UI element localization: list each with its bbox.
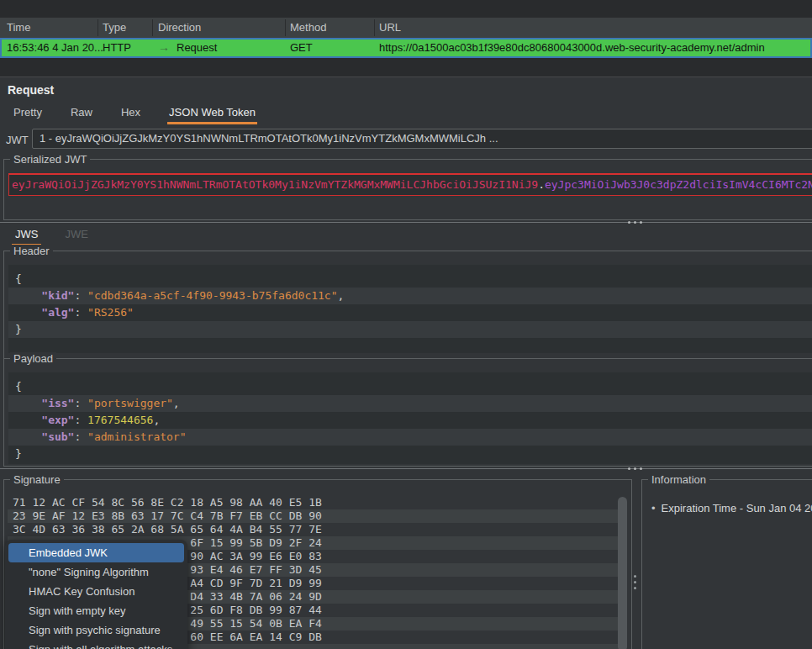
information-item: •Expiration Time - Sun Jan 04 202 — [651, 502, 812, 514]
scrollbar-thumb[interactable] — [618, 497, 627, 649]
tab-jws[interactable]: JWS — [12, 225, 41, 246]
cell-type: HTTP — [103, 41, 131, 54]
tab-hex[interactable]: Hex — [119, 103, 142, 124]
header-group-title: Header — [10, 245, 53, 257]
menu-item-hmac-key-confusion[interactable]: HMAC Key Confusion — [8, 582, 184, 601]
jws-jwe-tabs: JWSJWE — [12, 225, 112, 246]
column-header-time[interactable]: Time — [7, 21, 30, 34]
jwt-combobox[interactable]: 1 - eyJraWQiOiJjZGJkMzY0YS1hNWNmLTRmOTAt… — [32, 129, 812, 149]
horizontal-splitter[interactable] — [0, 468, 812, 469]
jwt-combobox-value: 1 - eyJraWQiOiJjZGJkMzY0YS1hNWNmLTRmOTAt… — [33, 129, 812, 148]
history-table: Time Type Direction Method URL 16:53:46 … — [0, 0, 812, 77]
jwt-selector-label: JWT — [6, 134, 29, 146]
column-header-method[interactable]: Method — [290, 21, 326, 34]
column-header-url[interactable]: URL — [379, 21, 401, 34]
menu-item-sign-with-empty-key[interactable]: Sign with empty key — [8, 601, 184, 620]
request-tabs: PrettyRawHexJSON Web Token — [12, 103, 282, 124]
signature-scrollbar[interactable] — [618, 497, 628, 649]
tab-jwe[interactable]: JWE — [61, 225, 91, 246]
menu-item-embedded-jwk[interactable]: Embedded JWK — [8, 543, 184, 562]
request-arrow-icon: → — [158, 40, 170, 54]
header-json-editor[interactable]: { "kid": "cdbd364a-a5cf-4f90-9943-b75fa6… — [8, 265, 812, 353]
payload-json-editor[interactable]: { "iss": "portswigger", "exp": 176754465… — [8, 372, 812, 464]
cell-url: https://0a1500ac03b1f39e80dc80680043000d… — [379, 41, 765, 54]
menu-item-sign-with-psychic-signature[interactable]: Sign with psychic signature — [8, 620, 184, 640]
jws-header-group: Header { "kid": "cdbd364a-a5cf-4f90-9943… — [3, 251, 812, 359]
code-line[interactable]: { — [8, 378, 812, 395]
code-line[interactable]: "alg": "RS256" — [8, 304, 812, 321]
attack-context-menu: Embedded JWK"none" Signing AlgorithmHMAC… — [5, 540, 187, 649]
jwt-payload-segment: eyJpc3MiOiJwb3J0c3dpZ2dlciIsImV4cCI6MTc2… — [545, 178, 812, 191]
jws-payload-group: Payload { "iss": "portswigger", "exp": 1… — [3, 358, 812, 467]
request-panel-title: Request — [8, 83, 54, 97]
payload-group-title: Payload — [10, 352, 56, 365]
tab-pretty[interactable]: Pretty — [12, 103, 44, 124]
column-divider[interactable] — [98, 19, 98, 36]
column-header-direction[interactable]: Direction — [158, 21, 201, 34]
code-line[interactable]: } — [8, 321, 812, 338]
code-line[interactable]: "kid": "cdbd364a-a5cf-4f90-9943-b75fa6d0… — [8, 288, 812, 304]
hex-row[interactable]: 23 9E AF 12 E3 8B 63 17 7C C4 7B F7 EB C… — [8, 509, 618, 523]
hex-row[interactable]: 71 12 AC CF 54 8C 56 8E C2 18 A5 98 AA 4… — [8, 496, 618, 509]
burp-jwt-editor-window: Time Type Direction Method URL 16:53:46 … — [0, 0, 812, 649]
column-divider[interactable] — [152, 19, 153, 36]
jwt-header-segment: eyJraWQiOiJjZGJkMzY0YS1hNWNmLTRmOTAtOTk0… — [12, 178, 538, 191]
code-line[interactable]: "iss": "portswigger", — [8, 395, 812, 412]
cell-direction: Request — [177, 41, 217, 54]
hex-row[interactable]: 3C 4D 63 36 38 65 2A 68 5A 65 64 4A B4 5… — [8, 523, 618, 536]
serialized-jwt-group: Serialized JWT eyJraWQiOiJjZGJkMzY0YS1hN… — [3, 159, 812, 220]
splitter-grip-icon[interactable] — [628, 221, 646, 224]
code-line[interactable]: "sub": "administrator" — [8, 429, 812, 446]
cell-method: GET — [290, 41, 313, 54]
column-divider[interactable] — [285, 19, 286, 36]
menu-item-sign-with-all-algorithm-attacks[interactable]: Sign with all algorithm attacks — [8, 640, 184, 649]
code-line[interactable]: { — [8, 271, 812, 288]
tab-json-web-token[interactable]: JSON Web Token — [167, 103, 257, 124]
column-divider[interactable] — [374, 19, 375, 36]
menu-item-none-signing-algorithm[interactable]: "none" Signing Algorithm — [8, 562, 184, 582]
code-line[interactable]: } — [8, 446, 812, 462]
information-group-title: Information — [648, 473, 709, 486]
bullet-icon: • — [651, 502, 656, 514]
jwt-separator-dot: . — [538, 178, 545, 191]
vertical-splitter-grip-icon[interactable] — [634, 575, 636, 593]
tab-raw[interactable]: Raw — [69, 103, 94, 124]
information-item-text: Expiration Time - Sun Jan 04 202 — [662, 502, 812, 514]
serialized-jwt-group-title: Serialized JWT — [10, 153, 90, 166]
horizontal-splitter[interactable] — [0, 222, 812, 223]
splitter-grip-icon[interactable] — [628, 467, 646, 470]
serialized-jwt-field[interactable]: eyJraWQiOiJjZGJkMzY0YS1hNWNmLTRmOTAtOTk0… — [8, 173, 812, 196]
cell-time: 16:53:46 4 Jan 20... — [7, 41, 103, 54]
information-group: Information •Expiration Time - Sun Jan 0… — [641, 479, 812, 649]
signature-group-title: Signature — [10, 473, 64, 486]
selected-message-row[interactable]: 16:53:46 4 Jan 20... HTTP → Request GET … — [0, 38, 812, 58]
code-line[interactable]: "exp": 1767544656, — [8, 412, 812, 429]
column-header-type[interactable]: Type — [103, 21, 126, 34]
history-table-header: Time Type Direction Method URL — [0, 18, 812, 38]
